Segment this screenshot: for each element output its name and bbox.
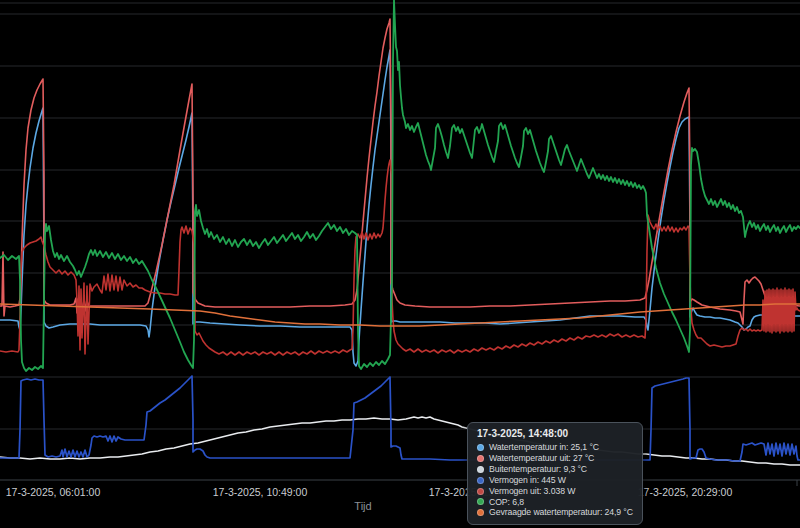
- series-color-dot: [477, 509, 484, 516]
- series-color-dot: [477, 455, 484, 462]
- tooltip-row: COP: 6,8: [477, 497, 633, 508]
- series-line-buitentemp: [0, 417, 800, 465]
- x-axis-title: Tijd: [354, 500, 371, 512]
- series-color-dot: [477, 477, 484, 484]
- tooltip-row: Vermogen uit: 3.038 W: [477, 486, 633, 497]
- tooltip-row: Gevraagde watertemperatuur: 24,9 °C: [477, 507, 633, 518]
- series-line-vermogen_in: [0, 376, 800, 461]
- tooltip-row-label: Watertemperatuur uit: 27 °C: [489, 453, 594, 464]
- tooltip-rows: Watertemperatuur in: 25,1 °CWatertempera…: [477, 442, 633, 518]
- tooltip-row-label: COP: 6,8: [489, 497, 524, 508]
- tooltip-row: Watertemperatuur in: 25,1 °C: [477, 442, 633, 453]
- x-axis-tick-label: 17-3-2025, 06:01:00: [6, 486, 101, 498]
- x-axis-tick-label: 17-3-2025, 20:29:00: [638, 486, 733, 498]
- tooltip-row-label: Vermogen in: 445 W: [489, 475, 566, 486]
- chart-tooltip: 17-3-2025, 14:48:00 Watertemperatuur in:…: [467, 422, 643, 525]
- tooltip-row: Buitentemperatuur: 9,3 °C: [477, 464, 633, 475]
- tooltip-row-label: Watertemperatuur in: 25,1 °C: [489, 442, 599, 453]
- chart-plot-area[interactable]: [0, 0, 800, 528]
- series-color-dot: [477, 444, 484, 451]
- chart-widget: 17-3-2025, 06:01:0017-3-2025, 10:49:0017…: [0, 0, 800, 528]
- tooltip-timestamp: 17-3-2025, 14:48:00: [477, 428, 633, 439]
- series-color-dot: [477, 466, 484, 473]
- tooltip-row-label: Vermogen uit: 3.038 W: [489, 486, 575, 497]
- x-axis-tick-label: 17-3-2025, 10:49:00: [213, 486, 308, 498]
- series-line-cop: [0, 0, 800, 371]
- tooltip-row-label: Buitentemperatuur: 9,3 °C: [489, 464, 587, 475]
- series-color-dot: [477, 498, 484, 505]
- tooltip-row-label: Gevraagde watertemperatuur: 24,9 °C: [489, 507, 633, 518]
- series-color-dot: [477, 488, 484, 495]
- tooltip-row: Watertemperatuur uit: 27 °C: [477, 453, 633, 464]
- tooltip-row: Vermogen in: 445 W: [477, 475, 633, 486]
- series-line-watertemp_in: [0, 50, 800, 366]
